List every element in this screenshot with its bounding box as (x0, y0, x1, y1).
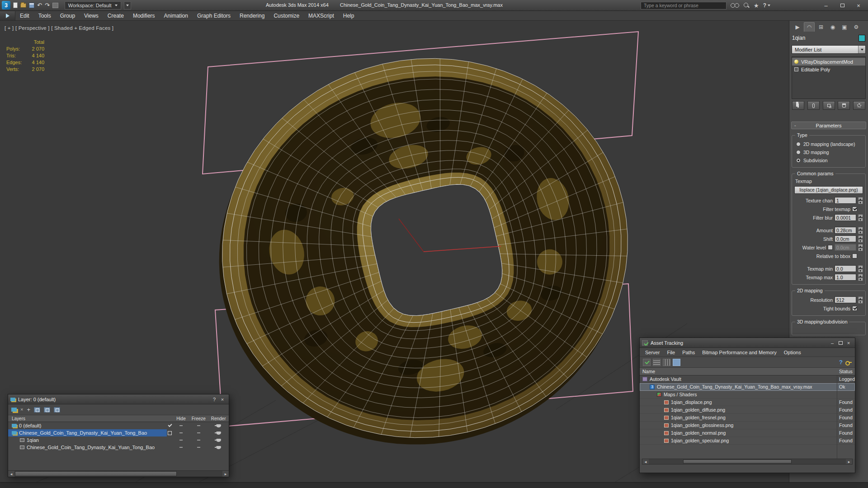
hide-dash[interactable] (179, 447, 183, 448)
redo-icon[interactable]: ↷ (45, 2, 50, 8)
horizontal-scrollbar[interactable]: ◂ ▸ (8, 470, 229, 477)
object-name[interactable]: 1qian (792, 35, 805, 41)
search-input[interactable] (641, 2, 726, 9)
table-row[interactable]: Maps / Shaders (640, 391, 855, 399)
menu-server[interactable]: Server (642, 350, 663, 355)
tab-utilities-icon[interactable]: ⚙ (851, 22, 862, 32)
table-row[interactable]: 1qian_golden_normal.png Found (640, 429, 855, 437)
project-folder-icon[interactable] (52, 3, 58, 8)
search-icon[interactable] (743, 2, 750, 9)
tab-hierarchy-icon[interactable]: ⊞ (816, 22, 826, 32)
menu-options[interactable]: Options (781, 350, 804, 355)
freeze-dash[interactable] (197, 432, 200, 433)
hide-dash[interactable] (179, 425, 183, 426)
table-row[interactable]: 1qian_golden_glossiness.png Found (640, 422, 855, 429)
help-menu[interactable]: ? (763, 2, 770, 9)
close-button[interactable]: × (844, 339, 853, 347)
show-end-result-button[interactable] (807, 101, 820, 110)
hide-dash[interactable] (179, 440, 183, 441)
menu-bitmap-performance[interactable]: Bitmap Performance and Memory (699, 350, 779, 355)
freeze-dash[interactable] (197, 440, 200, 441)
render-teapot-icon[interactable] (216, 439, 221, 442)
menu-animation[interactable]: Animation (160, 11, 193, 20)
relative-bbox-checkbox[interactable] (852, 253, 857, 258)
render-teapot-icon[interactable] (216, 424, 221, 427)
table-row[interactable]: 1qian_displace.png Found (640, 399, 855, 406)
spinner[interactable] (858, 265, 863, 272)
layer-row[interactable]: Chinese_Gold_Coin_Tang_Dynasty_Kai_Yuan_… (8, 429, 229, 436)
modifier-list-dropdown[interactable]: Modifier List (792, 45, 866, 54)
freeze-dash[interactable] (197, 447, 200, 448)
maximize-button[interactable] (836, 339, 844, 347)
table-view-icon[interactable] (663, 359, 670, 366)
column-status[interactable]: Status (837, 369, 853, 374)
texmap-button[interactable]: lisplace (1qian_displace.png) (794, 186, 863, 194)
modifier-stack-item[interactable]: Editable Poly (792, 66, 865, 73)
scrollbar-thumb[interactable] (683, 460, 792, 464)
radio-2d-mapping[interactable]: 2D mapping (landscape) (793, 140, 864, 148)
parameters-rollout[interactable]: - Parameters (791, 122, 866, 129)
make-unique-button[interactable] (823, 101, 835, 110)
menu-create[interactable]: Create (103, 11, 128, 20)
water-level-checkbox[interactable] (828, 245, 833, 250)
menu-graph-editors[interactable]: Graph Editors (193, 11, 235, 20)
filter-blur-field[interactable]: 0.0001 (835, 214, 856, 221)
remove-modifier-button[interactable] (838, 101, 850, 110)
asset-tracking-titlebar[interactable]: Asset Tracking – × (640, 338, 855, 348)
shift-field[interactable]: 0.0cm (835, 235, 856, 242)
spinner[interactable] (858, 296, 863, 304)
hide-dash[interactable] (179, 432, 183, 433)
horizontal-scrollbar[interactable]: ◂ ▸ (642, 459, 853, 465)
viewport-label[interactable]: [ + ] [ Perspective ] [ Shaded + Edged F… (5, 25, 113, 31)
refresh-status-icon[interactable] (643, 359, 651, 366)
render-teapot-icon[interactable] (216, 432, 221, 435)
delete-layer-icon[interactable]: × (20, 407, 23, 412)
binoculars-icon[interactable] (731, 3, 739, 8)
menu-edit[interactable]: Edit (15, 11, 34, 20)
scroll-right-icon[interactable]: ▸ (222, 471, 229, 477)
table-row[interactable]: 1qian_golden_specular.png Found (640, 437, 855, 445)
detail-view-icon[interactable] (673, 359, 680, 366)
minimize-button[interactable]: – (828, 339, 836, 347)
spinner[interactable] (858, 227, 863, 234)
layer-row[interactable]: Chinese_Gold_Coin_Tang_Dynasty_Kai_Yuan_… (8, 444, 229, 451)
column-separator[interactable] (837, 375, 837, 459)
freeze-dash[interactable] (197, 425, 200, 426)
table-row[interactable]: 1qian_golden_diffuse.png Found (640, 406, 855, 414)
list-view-icon[interactable] (653, 359, 660, 366)
menu-group[interactable]: Group (56, 11, 80, 20)
hide-layer-icon[interactable] (54, 407, 60, 413)
new-scene-icon[interactable] (13, 2, 18, 8)
highlight-layer-icon[interactable] (44, 407, 50, 413)
water-level-field[interactable]: 0.0cm (835, 244, 856, 251)
column-render[interactable]: Render (208, 416, 229, 421)
tab-create-icon[interactable]: ▶ (792, 22, 803, 32)
texture-chan-field[interactable]: 1 (835, 197, 856, 204)
menu-rendering[interactable]: Rendering (235, 11, 269, 20)
texmap-max-field[interactable]: 1.0 (835, 274, 856, 281)
maximize-button[interactable] (834, 1, 850, 10)
menu-file[interactable]: File (664, 350, 678, 355)
modifier-stack-item[interactable]: VRayDisplacementMod (792, 58, 865, 66)
tab-motion-icon[interactable]: ◉ (827, 22, 838, 32)
column-layers[interactable]: Layers (8, 416, 167, 421)
amount-field[interactable]: 0.28cm (835, 227, 856, 234)
column-name[interactable]: Name (640, 369, 837, 374)
close-button[interactable]: × (850, 1, 867, 10)
scroll-right-icon[interactable]: ▸ (846, 459, 852, 464)
spinner[interactable] (858, 235, 863, 243)
close-button[interactable]: × (218, 396, 226, 403)
menu-maxscript[interactable]: MAXScript (304, 11, 339, 20)
menu-customize[interactable]: Customize (269, 11, 304, 20)
application-menu-button[interactable] (0, 11, 15, 20)
minimize-button[interactable]: – (818, 1, 834, 10)
table-row[interactable]: 3Chinese_Gold_Coin_Tang_Dynasty_Kai_Yuan… (640, 383, 855, 391)
table-row[interactable]: Autodesk Vault Logged O (640, 375, 855, 383)
layer-window-titlebar[interactable]: Layer: 0 (default) ? × (8, 394, 229, 404)
tab-display-icon[interactable]: ▣ (839, 22, 850, 32)
tab-modify-icon[interactable]: ◠ (804, 22, 815, 32)
help-button[interactable]: ? (210, 396, 218, 403)
modifier-bulb-icon[interactable] (794, 60, 798, 64)
help-icon[interactable]: ? (839, 359, 843, 366)
workspace-extra-dropdown[interactable] (124, 1, 131, 9)
